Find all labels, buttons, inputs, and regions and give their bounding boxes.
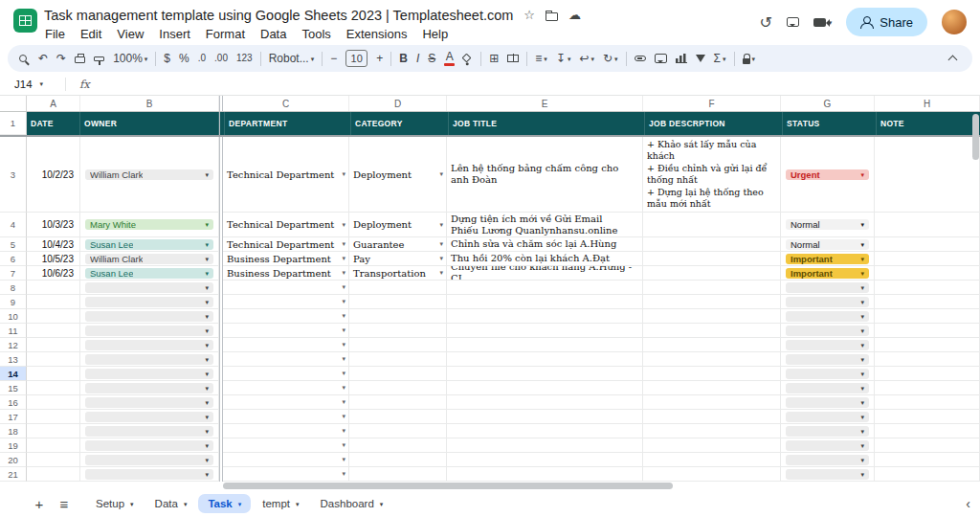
more-formats-icon[interactable]: 123: [233, 48, 256, 69]
status-cell[interactable]: ▾: [781, 381, 875, 395]
job-description-cell[interactable]: [643, 395, 781, 410]
meet-camera-button[interactable]: ▾: [813, 18, 833, 27]
owner-cell[interactable]: ▾: [80, 324, 219, 338]
status-dropdown[interactable]: ▾: [786, 311, 869, 322]
row-number[interactable]: 15: [0, 381, 27, 395]
status-dropdown[interactable]: ▾: [786, 469, 869, 480]
italic-icon[interactable]: I: [412, 48, 423, 69]
column-header-G[interactable]: G: [781, 96, 875, 111]
date-cell[interactable]: [27, 381, 80, 395]
status-cell[interactable]: ▾: [781, 453, 875, 467]
owner-dropdown[interactable]: ▾: [85, 340, 213, 350]
note-cell[interactable]: [875, 424, 980, 438]
job-description-cell[interactable]: [643, 252, 781, 266]
bold-icon[interactable]: B: [395, 48, 412, 69]
job-description-cell[interactable]: + Khảo sát lấy mẫu của khách + Điều chỉn…: [643, 137, 781, 213]
avatar[interactable]: [942, 10, 967, 34]
note-cell[interactable]: [875, 381, 980, 395]
note-cell[interactable]: [875, 295, 980, 309]
note-cell[interactable]: [875, 324, 980, 338]
category-cell[interactable]: [349, 281, 447, 295]
font-select[interactable]: Robot...▾: [265, 48, 319, 69]
job-title-cell[interactable]: [447, 467, 643, 482]
date-cell[interactable]: 10/2/23: [27, 137, 80, 213]
add-sheet-icon[interactable]: +: [27, 496, 52, 512]
header-cell-job-title[interactable]: JOB TITLE: [449, 112, 645, 135]
menu-help[interactable]: Help: [415, 26, 455, 42]
category-cell[interactable]: [349, 395, 447, 410]
column-header-D[interactable]: D: [349, 96, 447, 111]
department-cell[interactable]: ▾: [223, 410, 349, 424]
row-number[interactable]: 4: [0, 213, 27, 237]
row-number[interactable]: 12: [0, 338, 27, 352]
status-cell[interactable]: ▾: [781, 424, 875, 438]
print-icon[interactable]: [71, 48, 89, 69]
category-cell[interactable]: [349, 367, 447, 381]
owner-cell[interactable]: ▾: [80, 410, 219, 424]
owner-cell[interactable]: ▾: [80, 352, 219, 367]
category-cell[interactable]: Transportation▾: [349, 266, 447, 281]
decrease-font-size-icon[interactable]: −: [326, 48, 341, 69]
owner-dropdown[interactable]: ▾: [85, 426, 213, 437]
row-number[interactable]: 11: [0, 324, 27, 338]
owner-cell[interactable]: Mary White▾: [80, 213, 219, 237]
department-cell[interactable]: ▾: [223, 395, 349, 410]
status-dropdown[interactable]: ▾: [786, 426, 869, 437]
horizontal-scrollbar[interactable]: [223, 483, 673, 489]
owner-dropdown[interactable]: William Clark▾: [85, 169, 213, 180]
owner-dropdown[interactable]: ▾: [85, 311, 213, 322]
row-number[interactable]: 17: [0, 410, 27, 424]
note-cell[interactable]: [875, 410, 980, 424]
owner-dropdown[interactable]: ▾: [85, 469, 213, 480]
row-number[interactable]: 5: [0, 237, 27, 252]
row-number[interactable]: 20: [0, 453, 27, 467]
move-folder-icon[interactable]: [546, 12, 558, 21]
header-cell-note[interactable]: NOTE: [877, 112, 980, 135]
status-cell[interactable]: ▾: [781, 338, 875, 352]
job-title-cell[interactable]: [447, 309, 643, 324]
all-sheets-icon[interactable]: ≡: [52, 496, 77, 512]
job-title-cell[interactable]: [447, 324, 643, 338]
date-cell[interactable]: [27, 309, 80, 324]
owner-dropdown[interactable]: ▾: [85, 326, 213, 336]
sheet-tab-data[interactable]: Data▾: [145, 494, 197, 513]
column-header-E[interactable]: E: [447, 96, 643, 111]
department-cell[interactable]: ▾: [223, 295, 349, 309]
merge-cells-icon[interactable]: [503, 48, 523, 69]
job-description-cell[interactable]: [643, 324, 781, 338]
version-history-icon[interactable]: ↺: [759, 13, 771, 32]
date-cell[interactable]: [27, 395, 80, 410]
owner-cell[interactable]: ▾: [80, 438, 219, 453]
row-number[interactable]: 8: [0, 281, 27, 295]
menu-edit[interactable]: Edit: [74, 26, 108, 42]
column-header-A[interactable]: A: [27, 96, 80, 111]
department-cell[interactable]: ▾: [223, 309, 349, 324]
job-title-cell[interactable]: [447, 438, 643, 453]
status-cell[interactable]: Urgent▾: [781, 137, 875, 213]
sheet-tab-setup[interactable]: Setup▾: [86, 494, 144, 513]
menu-insert[interactable]: Insert: [152, 26, 197, 42]
header-cell-job-descrption[interactable]: JOB DESCRPTION: [645, 112, 783, 135]
department-cell[interactable]: Business Department▾: [223, 252, 349, 266]
department-cell[interactable]: ▾: [223, 438, 349, 453]
column-header-B[interactable]: B: [80, 96, 219, 111]
job-description-cell[interactable]: [643, 381, 781, 395]
owner-dropdown[interactable]: Susan Lee▾: [85, 268, 213, 279]
status-dropdown[interactable]: ▾: [786, 340, 869, 350]
row-number[interactable]: 10: [0, 309, 27, 324]
job-title-cell[interactable]: [447, 295, 643, 309]
owner-cell[interactable]: ▾: [80, 467, 219, 482]
menu-view[interactable]: View: [110, 26, 150, 42]
department-cell[interactable]: Technical Department▾: [223, 237, 349, 252]
category-cell[interactable]: [349, 338, 447, 352]
date-cell[interactable]: [27, 424, 80, 438]
status-cell[interactable]: ▾: [781, 395, 875, 410]
job-description-cell[interactable]: [643, 367, 781, 381]
job-description-cell[interactable]: [643, 266, 781, 281]
note-cell[interactable]: [875, 281, 980, 295]
job-description-cell[interactable]: [643, 309, 781, 324]
row-number[interactable]: 13: [0, 352, 27, 367]
category-cell[interactable]: [349, 352, 447, 367]
owner-dropdown[interactable]: ▾: [85, 383, 213, 393]
owner-cell[interactable]: ▾: [80, 338, 219, 352]
